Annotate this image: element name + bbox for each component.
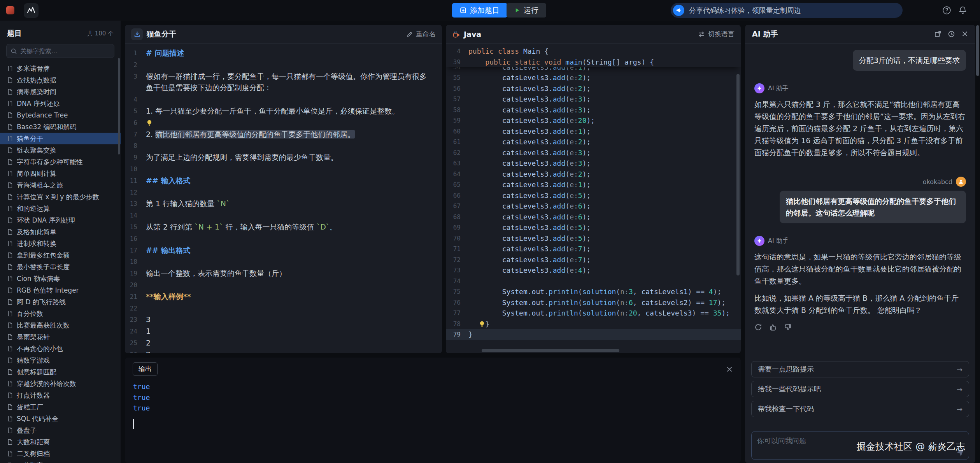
- sidebar-item[interactable]: 进制求和转换: [0, 238, 121, 249]
- sidebar-item[interactable]: 青海湖租车之旅: [0, 179, 121, 191]
- sidebar-item[interactable]: 和的逆运算: [0, 203, 121, 214]
- share-banner[interactable]: 分享代码练习体验，领限量定制周边: [671, 3, 903, 18]
- line-number: 71: [446, 245, 468, 253]
- editor-logo-icon[interactable]: [24, 3, 39, 18]
- sidebar-item[interactable]: 多米诺骨牌: [0, 63, 121, 74]
- document-icon: [7, 135, 13, 142]
- document-icon: [7, 416, 13, 422]
- sidebar-scrollbar[interactable]: [118, 58, 120, 154]
- markdown-line: 第 1 行输入猫的数量 `N`: [146, 198, 442, 210]
- sidebar-item-label: 最小替换子串长度: [17, 263, 70, 272]
- code-line: catsLevels3.add(e:20);: [468, 116, 741, 125]
- sidebar-item[interactable]: Bytedance Tree: [0, 109, 121, 121]
- document-icon: [7, 159, 13, 165]
- sidebar-item[interactable]: DNA 序列还原: [0, 98, 121, 109]
- code-lines: 55 catsLevels3.add(e:2);56 catsLevels3.a…: [446, 72, 741, 340]
- markdown-line: # 问题描述: [146, 47, 442, 59]
- sidebar-item[interactable]: Base32 编码和解码: [0, 121, 121, 133]
- document-icon: [7, 205, 13, 212]
- add-problem-button[interactable]: 添加题目: [452, 3, 507, 18]
- app-logo-icon[interactable]: [6, 6, 14, 14]
- search-input[interactable]: [20, 47, 110, 55]
- sidebar-item[interactable]: 拿到最多红包金额: [0, 249, 121, 261]
- sidebar-item[interactable]: 简单四则计算: [0, 168, 121, 179]
- sidebar-item[interactable]: 猜数字游戏: [0, 354, 121, 366]
- code-horizontal-scrollbar[interactable]: [482, 349, 619, 352]
- help-icon[interactable]: [942, 5, 952, 15]
- code-line: System.out.println(solution(n:3, catsLev…: [468, 288, 741, 296]
- page-scrollbar-thumb[interactable]: [976, 25, 979, 76]
- sidebar-item[interactable]: 百分位数: [0, 308, 121, 319]
- rename-button[interactable]: 重命名: [407, 30, 436, 39]
- banner-text: 分享代码练习体验，领限量定制周边: [689, 6, 801, 15]
- sidebar-item[interactable]: 二分数字: [0, 459, 121, 463]
- sidebar-item[interactable]: 大数和距离: [0, 436, 121, 448]
- search-box[interactable]: [6, 44, 114, 58]
- expand-icon[interactable]: [934, 30, 941, 38]
- thumb-up-icon[interactable]: [769, 323, 777, 331]
- line-number: 62: [446, 149, 468, 156]
- sidebar-item[interactable]: 二叉树归档: [0, 448, 121, 459]
- sidebar-item[interactable]: 字符串有多少种可能性: [0, 156, 121, 168]
- code-line: catsLevels3.add(e:3);: [468, 106, 741, 114]
- code-line: catsLevels3.add(e:7);: [468, 245, 741, 253]
- output-tab[interactable]: 输出: [133, 362, 158, 376]
- sidebar-item[interactable]: 猫鱼分干: [0, 133, 121, 144]
- close-icon[interactable]: [726, 366, 733, 373]
- line-number: 8: [125, 140, 146, 152]
- line-number: 4: [125, 94, 146, 105]
- sidebar-item[interactable]: 查找热点数据: [0, 74, 121, 86]
- sidebar-item[interactable]: 穿越沙漠的补给次数: [0, 378, 121, 389]
- page-scrollbar[interactable]: [975, 21, 980, 463]
- sidebar-item[interactable]: 叠盘子: [0, 424, 121, 436]
- suggestion-button[interactable]: 帮我检查一下代码→: [751, 401, 969, 417]
- suggestion-button[interactable]: 给我一些代码提示吧→: [751, 381, 969, 397]
- suggestion-button[interactable]: 需要一点思路提示→: [751, 361, 969, 377]
- history-icon[interactable]: [948, 30, 955, 38]
- sidebar-item[interactable]: 不再贪心的小包: [0, 343, 121, 354]
- sidebar-item[interactable]: 暴雨梨花针: [0, 331, 121, 343]
- sidebar-item-label: 打点计数器: [17, 391, 50, 400]
- code-editor[interactable]: 4public class Main {39 public static voi…: [446, 44, 741, 353]
- close-icon[interactable]: [961, 30, 968, 38]
- line-number: 68: [446, 213, 468, 221]
- code-line: catsLevels3.add(e:5);: [468, 223, 741, 232]
- sidebar-item[interactable]: 阿 D 的飞行路线: [0, 296, 121, 308]
- bell-icon[interactable]: [958, 5, 968, 15]
- sidebar-item[interactable]: 打点计数器: [0, 389, 121, 401]
- sidebar-item[interactable]: 计算位置 x 到 y 的最少步数: [0, 191, 121, 203]
- sidebar-item[interactable]: 创意标题匹配: [0, 366, 121, 378]
- sidebar-item[interactable]: 及格如此简单: [0, 226, 121, 238]
- line-number: 78: [446, 320, 468, 328]
- arrow-right-icon: →: [957, 365, 962, 374]
- output-console[interactable]: truetruetrue: [125, 376, 741, 429]
- code-vertical-scrollbar[interactable]: [736, 74, 740, 275]
- chat-area[interactable]: 分配3斤的话，不满足哪些要求AI 助手如果第六只猫分配 3 斤，那么它就不满足“…: [745, 44, 975, 354]
- lightbulb-icon[interactable]: [479, 321, 486, 328]
- sidebar-item[interactable]: Cion 勒索病毒: [0, 273, 121, 284]
- sidebar-item[interactable]: 最小替换子串长度: [0, 261, 121, 273]
- sidebar-item[interactable]: 比赛最高获胜次数: [0, 319, 121, 331]
- download-icon: [131, 28, 143, 40]
- markdown-editor[interactable]: 1# 问题描述23假如有一群猫排成一行，要分配鱼干，每一只猫都有一个等级值。你作…: [125, 44, 442, 353]
- lightbulb-icon[interactable]: [146, 119, 153, 126]
- document-icon: [7, 287, 13, 293]
- sidebar-item[interactable]: RGB 色值转 Integer: [0, 284, 121, 296]
- sidebar-item[interactable]: 链表聚集交换: [0, 144, 121, 156]
- sidebar-item[interactable]: 病毒感染时间: [0, 86, 121, 98]
- problem-panel-header: 猫鱼分干 重命名: [125, 25, 442, 44]
- sidebar-item[interactable]: 环状 DNA 序列处理: [0, 214, 121, 226]
- sidebar-item-label: SQL 代码补全: [17, 414, 58, 423]
- code-line: catsLevels3.add(e:2);: [468, 170, 741, 178]
- thumb-down-icon[interactable]: [784, 323, 792, 331]
- play-icon: [514, 7, 520, 13]
- sidebar-item[interactable]: SQL 代码补全: [0, 413, 121, 424]
- run-button[interactable]: 运行: [507, 3, 546, 18]
- code-line: catsLevels3.add(e:2);: [468, 74, 741, 82]
- ai-panel-header: AI 助手: [745, 25, 975, 44]
- sidebar-item[interactable]: 蛋糕工厂: [0, 401, 121, 413]
- document-icon: [7, 240, 13, 247]
- refresh-icon[interactable]: [754, 323, 762, 331]
- switch-language-button[interactable]: 切换语言: [698, 30, 735, 39]
- sidebar-item-label: 二叉树归档: [17, 449, 50, 458]
